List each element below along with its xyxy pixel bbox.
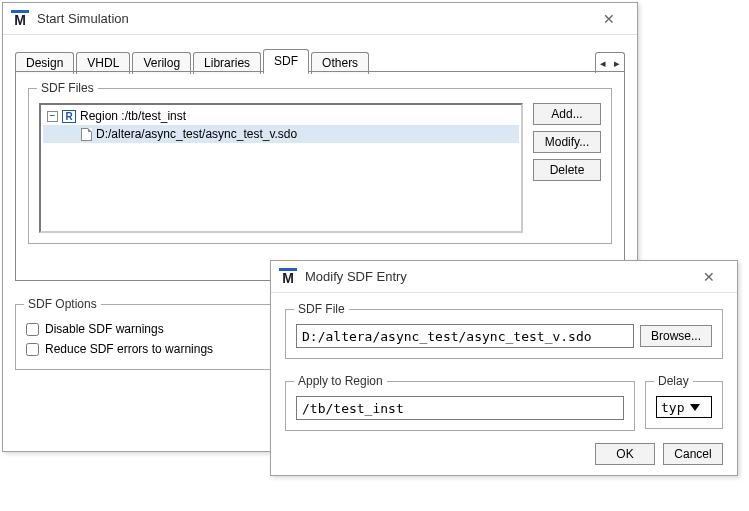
sdf-file-legend: SDF File: [294, 302, 349, 316]
sdf-files-button-column: Add... Modify... Delete: [533, 103, 601, 233]
dialog-title: Modify SDF Entry: [305, 269, 689, 284]
delay-legend: Delay: [654, 374, 693, 388]
browse-button[interactable]: Browse...: [640, 325, 712, 347]
sdf-file-input[interactable]: [296, 324, 634, 348]
region-label-path: /tb/test_inst: [125, 109, 186, 123]
file-icon: [81, 128, 92, 141]
region-icon: R: [62, 110, 76, 123]
tree-region-row[interactable]: − R Region : /tb/test_inst: [43, 107, 519, 125]
sdf-options-legend: SDF Options: [24, 297, 101, 311]
tab-bar: Design VHDL Verilog Libraries SDF Others…: [15, 47, 625, 73]
sdf-file-group: SDF File Browse...: [285, 309, 723, 359]
close-icon[interactable]: ✕: [689, 264, 729, 290]
app-logo-icon: M: [11, 10, 29, 28]
add-button[interactable]: Add...: [533, 103, 601, 125]
disable-sdf-warnings-row[interactable]: Disable SDF warnings: [26, 319, 274, 339]
reduce-sdf-errors-row[interactable]: Reduce SDF errors to warnings: [26, 339, 274, 359]
tab-panel-sdf: SDF Files − R Region : /tb/test_inst D:/…: [15, 71, 625, 281]
apply-region-legend: Apply to Region: [294, 374, 387, 388]
collapse-icon[interactable]: −: [47, 111, 58, 122]
modify-sdf-entry-dialog: M Modify SDF Entry ✕ SDF File Browse... …: [270, 260, 738, 476]
delay-value: typ: [661, 400, 684, 415]
dialog-titlebar: M Modify SDF Entry ✕: [271, 261, 737, 293]
window-title: Start Simulation: [37, 11, 589, 26]
ok-button[interactable]: OK: [595, 443, 655, 465]
apply-region-group: Apply to Region: [285, 381, 635, 431]
tree-file-label: D:/altera/async_test/async_test_v.sdo: [96, 127, 297, 141]
reduce-sdf-errors-label: Reduce SDF errors to warnings: [45, 342, 213, 356]
disable-sdf-warnings-checkbox[interactable]: [26, 323, 39, 336]
region-label-prefix: Region :: [80, 109, 125, 123]
modify-button[interactable]: Modify...: [533, 131, 601, 153]
tab-sdf[interactable]: SDF: [263, 49, 309, 74]
tree-file-row[interactable]: D:/altera/async_test/async_test_v.sdo: [43, 125, 519, 143]
sdf-files-legend: SDF Files: [37, 81, 98, 95]
disable-sdf-warnings-label: Disable SDF warnings: [45, 322, 164, 336]
tab-scroll-right-icon[interactable]: ▸: [610, 57, 624, 70]
sdf-files-tree[interactable]: − R Region : /tb/test_inst D:/altera/asy…: [39, 103, 523, 233]
delay-select[interactable]: typ: [656, 396, 712, 418]
app-logo-icon: M: [279, 268, 297, 286]
chevron-down-icon: [690, 404, 700, 411]
delay-group: Delay typ: [645, 381, 723, 429]
sdf-files-group: SDF Files − R Region : /tb/test_inst D:/…: [28, 88, 612, 244]
delete-button[interactable]: Delete: [533, 159, 601, 181]
close-icon[interactable]: ✕: [589, 6, 629, 32]
tab-scroll-left-icon[interactable]: ◂: [596, 57, 610, 70]
cancel-button[interactable]: Cancel: [663, 443, 723, 465]
tab-scroll-controls: ◂ ▸: [595, 52, 625, 73]
sdf-options-group: SDF Options Disable SDF warnings Reduce …: [15, 304, 285, 370]
reduce-sdf-errors-checkbox[interactable]: [26, 343, 39, 356]
titlebar: M Start Simulation ✕: [3, 3, 637, 35]
apply-region-input[interactable]: [296, 396, 624, 420]
